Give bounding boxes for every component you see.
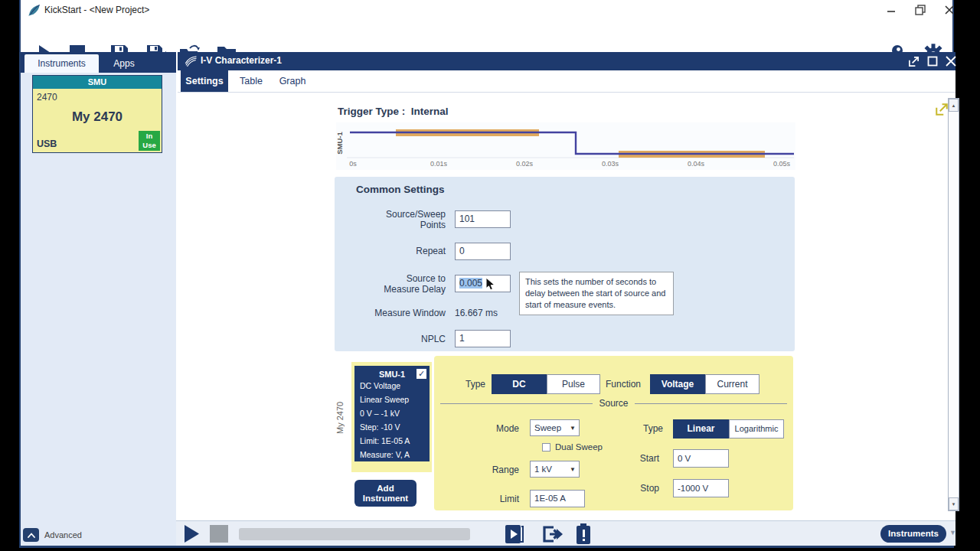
nplc-label: NPLC: [335, 334, 446, 344]
panel-header: I-V Characterizer-1: [178, 52, 956, 70]
advanced-expand-button[interactable]: [23, 528, 39, 542]
smu-card[interactable]: SMU-1 ✓ DC Voltage Linear Sweep 0 V – -1…: [354, 366, 430, 461]
window-title: KickStart - <New Project>: [44, 5, 149, 15]
minimize-icon: [887, 5, 896, 15]
sidebar-tab-apps[interactable]: Apps: [99, 54, 149, 73]
panel-tab-bar: Settings Table Graph: [178, 70, 956, 93]
device-group-label: My 2470: [335, 383, 346, 452]
source-sweep-points-input[interactable]: 101: [455, 210, 511, 228]
source-section-label: Source: [599, 398, 628, 409]
sweep-type-option-linear[interactable]: Linear: [673, 419, 729, 439]
smu-card-line: Linear Sweep: [360, 395, 409, 404]
instrument-type-header: SMU: [33, 76, 162, 89]
iv-characterizer-panel: I-V Characterizer-1 Settings Table Graph: [176, 52, 956, 520]
range-label: Range: [458, 465, 519, 475]
scroll-down-button[interactable]: ▼: [949, 497, 959, 510]
vertical-scrollbar[interactable]: ▲ ▼: [948, 98, 959, 511]
maximize-panel-button[interactable]: [924, 54, 941, 69]
advanced-label: Advanced: [44, 530, 82, 540]
smu-card-line: Limit: 1E-05 A: [360, 436, 410, 445]
x-tick-0: 0s: [349, 160, 357, 168]
instruments-sidebar: Instruments Apps SMU 2470 My 2470 USB In…: [21, 52, 176, 546]
type-option-dc[interactable]: DC: [492, 374, 547, 394]
function-option-voltage[interactable]: Voltage: [650, 374, 705, 394]
export-data-icon[interactable]: [541, 523, 564, 545]
dropdown-caret-icon: ▼: [570, 461, 576, 478]
drawer-caret-icon[interactable]: ▼: [949, 529, 956, 536]
limit-input[interactable]: 1E-05 A: [530, 490, 585, 507]
trigger-type-label: Trigger Type :: [338, 106, 405, 117]
add-instrument-button[interactable]: AddInstrument: [354, 480, 416, 507]
tab-settings[interactable]: Settings: [181, 70, 228, 92]
source-to-measure-delay-input[interactable]: 0.005: [455, 275, 511, 292]
error-log-icon[interactable]: [575, 523, 592, 545]
dual-sweep-checkbox[interactable]: [542, 443, 550, 452]
common-settings-heading: Common Settings: [356, 184, 445, 195]
chart-series-label: SMU-1: [336, 132, 344, 155]
progress-bar: [239, 528, 470, 540]
trigger-waveform: SMU-1 0s 0.01s 0.02s 0.03s 0.04s 0.05s: [336, 122, 795, 170]
maximize-icon: [927, 56, 938, 67]
stop-label: Stop: [598, 483, 659, 494]
advanced-row: Advanced: [23, 527, 82, 543]
repeat-input[interactable]: 0: [455, 243, 511, 260]
instrument-card[interactable]: SMU 2470 My 2470 USB InUse: [32, 75, 162, 153]
restore-button[interactable]: [911, 0, 929, 20]
dual-sweep-label: Dual Sweep: [555, 442, 603, 452]
x-tick-1: 0.01s: [430, 160, 448, 168]
trigger-timing-chart: SMU-1 0s 0.01s 0.02s 0.03s 0.04s 0.05s: [336, 122, 795, 170]
app-feather-icon: [184, 54, 198, 68]
tab-graph[interactable]: Graph: [274, 70, 311, 92]
smu-card-line: Step: -10 V: [360, 422, 400, 432]
start-input[interactable]: 0 V: [673, 449, 729, 468]
sweep-type-label: Type: [602, 423, 663, 434]
run-test-script-icon[interactable]: [503, 523, 524, 545]
smu-card-line: 0 V – -1 kV: [360, 409, 400, 418]
mode-label: Mode: [458, 423, 519, 434]
source-section-divider: Source: [440, 398, 787, 409]
main-toolbar: [21, 21, 952, 51]
smu-card-holder: SMU-1 ✓ DC Voltage Linear Sweep 0 V – -1…: [351, 362, 432, 472]
source-sweep-points-label: Source/Sweep Points: [335, 209, 446, 230]
instruments-drawer-button[interactable]: Instruments: [880, 525, 946, 543]
dropdown-caret-icon: ▼: [570, 420, 576, 437]
popout-chart-icon[interactable]: [935, 103, 949, 116]
scroll-up-button[interactable]: ▲: [949, 99, 959, 112]
instrument-name: My 2470: [33, 109, 162, 125]
x-tick-5: 0.05s: [773, 160, 791, 168]
popout-icon: [908, 56, 920, 67]
smu-card-checkbox[interactable]: ✓: [416, 369, 426, 379]
close-panel-icon: [946, 56, 956, 67]
tab-table[interactable]: Table: [234, 70, 268, 92]
mouse-cursor-icon: [485, 277, 495, 291]
measure-window-value: 16.667 ms: [455, 308, 498, 318]
function-label: Function: [564, 379, 641, 390]
minimize-button[interactable]: [882, 0, 900, 20]
function-option-current[interactable]: Current: [705, 374, 760, 394]
stop-input[interactable]: -1000 V: [673, 479, 729, 497]
mode-select[interactable]: Sweep▼: [530, 419, 580, 436]
range-select[interactable]: 1 kV▼: [530, 461, 580, 478]
start-label: Start: [598, 453, 659, 464]
settings-content: ▲ ▼ Trigger Type : Internal SMU-1: [178, 93, 956, 520]
trigger-type-value: Internal: [411, 106, 449, 117]
app-window: KickStart - <New Project>: [19, 0, 954, 548]
sidebar-tab-instruments[interactable]: Instruments: [24, 54, 99, 73]
kickstart-logo-icon: [27, 3, 41, 18]
abort-icon[interactable]: [210, 525, 228, 543]
common-settings-panel: Common Settings Source/Sweep Points 101 …: [335, 177, 795, 351]
instrument-connection: USB: [37, 139, 57, 149]
close-button[interactable]: [940, 0, 959, 20]
delay-tooltip: This sets the number of seconds to delay…: [519, 272, 674, 315]
chevron-up-icon: [28, 533, 35, 538]
run-icon[interactable]: [184, 524, 200, 543]
in-use-badge: InUse: [139, 131, 160, 151]
repeat-label: Repeat: [335, 246, 446, 256]
popout-panel-button[interactable]: [905, 54, 922, 69]
measure-window-label: Measure Window: [335, 308, 446, 318]
nplc-input[interactable]: 1: [455, 330, 511, 347]
x-tick-4: 0.04s: [688, 160, 705, 168]
close-panel-button[interactable]: [942, 54, 959, 69]
instrument-model: 2470: [37, 92, 57, 103]
sweep-type-option-logarithmic[interactable]: Logarithmic: [729, 419, 784, 439]
